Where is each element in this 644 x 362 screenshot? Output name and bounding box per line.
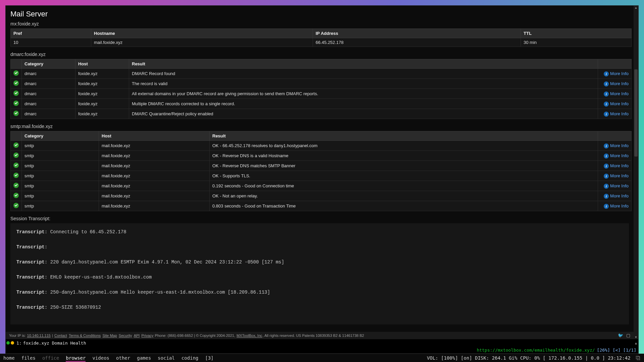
info-icon[interactable]: i — [604, 194, 609, 199]
transcript-text: 220 dany1.hostypanel.com ESMTP Exim 4.97… — [50, 259, 284, 265]
session-heading: Session Transcript: — [10, 216, 629, 221]
smtp-th-host: Host — [99, 131, 210, 141]
smtp-host: mail.foxide.xyz — [99, 171, 210, 181]
workspace-browser[interactable]: browser — [66, 355, 86, 362]
footer-terms-link[interactable]: Terms & Conditions — [69, 334, 101, 338]
workspace-office[interactable]: office — [42, 355, 59, 361]
scrollbar-thumb[interactable] — [634, 69, 638, 157]
transcript-line: Transcript: 250-dany1.hostypanel.com Hel… — [16, 289, 623, 296]
table-row: dmarcfoxide.xyzDMARC Quarantine/Reject p… — [11, 109, 632, 119]
page-url[interactable]: https://mxtoolbox.com/emailhealth/foxide… — [477, 348, 595, 353]
workspace-games[interactable]: games — [137, 355, 151, 361]
footer-phone: Phone: (866)-698-6652 | © Copyright 2004… — [155, 334, 235, 338]
info-icon[interactable]: i — [604, 112, 609, 117]
tab-index[interactable]: 1: — [16, 341, 22, 346]
smtp-category: smtp — [22, 191, 99, 201]
dmarc-category: dmarc — [22, 109, 75, 119]
info-icon[interactable]: i — [604, 81, 609, 86]
footer-contact-link[interactable]: Contact — [54, 334, 67, 338]
status-ok-icon — [13, 70, 19, 76]
transcript-label: Transcript — [16, 305, 45, 310]
tab-scroll-up-icon[interactable]: ▲ — [635, 341, 638, 345]
more-info-link[interactable]: More Info — [610, 203, 629, 208]
more-info-link[interactable]: More Info — [610, 193, 629, 198]
mx-hostname: mail.foxide.xyz — [91, 38, 313, 47]
smtp-result: OK - Reverse DNS matches SMTP Banner — [210, 161, 598, 171]
workspace-coding[interactable]: coding — [181, 355, 199, 361]
taskbar: homefilesofficebrowservideosothergamesso… — [0, 354, 644, 362]
footer-security-link[interactable]: Security — [119, 334, 132, 338]
more-info-link[interactable]: More Info — [610, 143, 629, 148]
more-info-link[interactable]: More Info — [610, 153, 629, 158]
more-info-link[interactable]: More Info — [610, 101, 629, 106]
transcript-label: Transcript — [16, 259, 45, 265]
mx-heading: mx:foxide.xyz — [10, 21, 629, 26]
more-info-cell: iMore Info — [598, 161, 632, 171]
workspace-social[interactable]: social — [158, 355, 175, 361]
info-icon[interactable]: i — [604, 164, 609, 169]
workspace-files[interactable]: files — [21, 355, 36, 361]
footer-rights: , All rights reserved. US Patents 108393… — [263, 334, 364, 338]
twitter-icon[interactable]: 🐦 — [618, 333, 623, 338]
footer-api-link[interactable]: API — [134, 334, 140, 338]
info-icon[interactable]: i — [604, 102, 609, 107]
status-cell — [11, 201, 22, 211]
scroll-up-icon[interactable]: ▲ — [634, 6, 638, 9]
tray-icon[interactable]: ⿻ — [636, 355, 641, 361]
footer-sitemap-link[interactable]: Site Map — [102, 334, 117, 338]
workspace-home[interactable]: home — [3, 355, 15, 361]
more-info-link[interactable]: More Info — [610, 111, 629, 116]
more-info-link[interactable]: More Info — [610, 71, 629, 76]
table-row: smtpmail.foxide.xyzOK - Reverse DNS matc… — [11, 161, 632, 171]
info-icon[interactable]: i — [604, 154, 609, 159]
page-title: Mail Server — [10, 10, 629, 18]
smtp-category: smtp — [22, 201, 99, 211]
smtp-result: OK - Not an open relay. — [210, 191, 598, 201]
dmarc-host: foxide.xyz — [75, 109, 129, 119]
browser-window: Mail Server mx:foxide.xyz Pref Hostname … — [5, 5, 639, 354]
vertical-scrollbar[interactable]: ▲ ▼ — [634, 6, 638, 339]
dmarc-th-status — [11, 59, 22, 69]
smtp-th-result: Result — [210, 131, 598, 141]
transcript-label: Transcript — [16, 244, 45, 250]
dmarc-category: dmarc — [22, 99, 75, 109]
tab-title[interactable]: foxide.xyz Domain Health — [23, 341, 86, 346]
footer-company-link[interactable]: MXToolBox, Inc — [236, 334, 262, 338]
info-icon[interactable]: i — [604, 204, 609, 209]
info-icon[interactable]: i — [604, 174, 609, 179]
transcript-text: Connecting to 66.45.252.178 — [50, 229, 126, 235]
info-icon[interactable]: i — [604, 184, 609, 189]
status-ok-icon — [13, 101, 19, 106]
smtp-result: 0.803 seconds - Good on Transaction Time — [210, 201, 598, 211]
workspace-videos[interactable]: videos — [92, 355, 109, 361]
mx-pref: 10 — [11, 38, 91, 47]
transcript-line: Transcript: Connecting to 66.45.252.178 — [16, 229, 623, 236]
info-icon[interactable]: i — [604, 71, 609, 76]
youtube-icon[interactable]: ▢ — [626, 333, 630, 338]
more-info-link[interactable]: More Info — [610, 163, 629, 168]
status-ok-icon — [13, 142, 19, 148]
info-icon[interactable]: i — [604, 143, 609, 148]
tab-status-dot-green-icon — [6, 341, 10, 345]
taskbar-status: VOL: [100%] [on] DISK: 264.1 Gi% CPU: 0%… — [427, 355, 641, 361]
workspace-other[interactable]: other — [116, 355, 130, 361]
footer-ip-label: Your IP is: — [9, 334, 26, 338]
smtp-result: OK - Reverse DNS is a valid Hostname — [210, 151, 598, 161]
dmarc-host: foxide.xyz — [75, 69, 129, 79]
footer-privacy-link[interactable]: Privacy — [141, 334, 153, 338]
more-info-link[interactable]: More Info — [610, 183, 629, 188]
scroll-down-icon[interactable]: ▼ — [634, 336, 638, 339]
more-info-link[interactable]: More Info — [610, 173, 629, 178]
page-footer: Your IP is: 10.140.11.115 | Contact Term… — [6, 332, 634, 339]
status-cell — [11, 79, 22, 89]
table-row: smtpmail.foxide.xyzOK - Not an open rela… — [11, 191, 632, 201]
more-info-cell: iMore Info — [598, 141, 632, 151]
footer-ip-link[interactable]: 10.140.11.115 — [27, 334, 51, 338]
more-info-link[interactable]: More Info — [610, 81, 629, 86]
more-info-link[interactable]: More Info — [610, 91, 629, 96]
status-cell — [11, 99, 22, 109]
status-ok-icon — [13, 111, 19, 116]
info-icon[interactable]: i — [604, 92, 609, 97]
workspace-3[interactable]: [3] — [205, 355, 214, 361]
dmarc-host: foxide.xyz — [75, 99, 129, 109]
